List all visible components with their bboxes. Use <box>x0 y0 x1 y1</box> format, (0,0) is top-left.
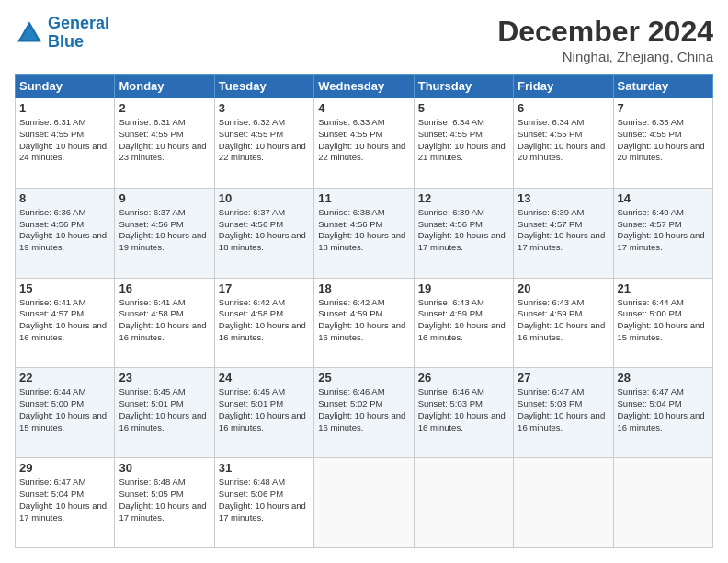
page: GeneralBlue December 2024 Ninghai, Zheji… <box>0 0 728 563</box>
day-info: Sunrise: 6:36 AM Sunset: 4:56 PM Dayligh… <box>19 207 110 254</box>
day-number: 29 <box>19 461 110 475</box>
day-info: Sunrise: 6:47 AM Sunset: 5:03 PM Dayligh… <box>518 386 609 433</box>
logo-icon <box>15 18 44 48</box>
calendar-cell: 12Sunrise: 6:39 AM Sunset: 4:56 PM Dayli… <box>414 188 513 278</box>
day-number: 16 <box>119 282 210 295</box>
calendar-cell: 23Sunrise: 6:45 AM Sunset: 5:01 PM Dayli… <box>115 368 214 458</box>
day-number: 3 <box>219 101 310 115</box>
day-info: Sunrise: 6:46 AM Sunset: 5:02 PM Dayligh… <box>318 386 409 433</box>
day-number: 30 <box>119 461 210 475</box>
day-header-wednesday: Wednesday <box>314 75 414 98</box>
calendar-cell: 15Sunrise: 6:41 AM Sunset: 4:57 PM Dayli… <box>16 278 115 368</box>
day-number: 12 <box>418 191 509 205</box>
calendar-cell: 26Sunrise: 6:46 AM Sunset: 5:03 PM Dayli… <box>414 368 513 458</box>
calendar-cell: 5Sunrise: 6:34 AM Sunset: 4:55 PM Daylig… <box>414 98 513 189</box>
day-number: 5 <box>418 101 509 115</box>
day-info: Sunrise: 6:47 AM Sunset: 5:04 PM Dayligh… <box>19 477 110 523</box>
day-info: Sunrise: 6:43 AM Sunset: 4:59 PM Dayligh… <box>418 297 509 344</box>
day-number: 27 <box>518 371 609 385</box>
day-number: 9 <box>119 191 210 205</box>
day-info: Sunrise: 6:34 AM Sunset: 4:55 PM Dayligh… <box>418 117 509 164</box>
day-header-friday: Friday <box>514 75 613 98</box>
day-info: Sunrise: 6:43 AM Sunset: 4:59 PM Dayligh… <box>518 297 609 344</box>
day-info: Sunrise: 6:42 AM Sunset: 4:58 PM Dayligh… <box>219 297 310 344</box>
day-info: Sunrise: 6:38 AM Sunset: 4:56 PM Dayligh… <box>318 207 409 254</box>
day-info: Sunrise: 6:44 AM Sunset: 5:00 PM Dayligh… <box>19 386 110 433</box>
day-info: Sunrise: 6:45 AM Sunset: 5:01 PM Dayligh… <box>219 386 310 433</box>
day-info: Sunrise: 6:40 AM Sunset: 4:57 PM Dayligh… <box>618 207 709 254</box>
calendar-cell: 21Sunrise: 6:44 AM Sunset: 5:00 PM Dayli… <box>613 278 712 368</box>
day-header-thursday: Thursday <box>414 75 513 98</box>
day-info: Sunrise: 6:31 AM Sunset: 4:55 PM Dayligh… <box>19 117 110 164</box>
header: GeneralBlue December 2024 Ninghai, Zheji… <box>15 15 713 64</box>
day-number: 20 <box>518 282 609 295</box>
calendar-cell: 27Sunrise: 6:47 AM Sunset: 5:03 PM Dayli… <box>514 368 613 458</box>
day-info: Sunrise: 6:45 AM Sunset: 5:01 PM Dayligh… <box>119 386 210 433</box>
day-number: 31 <box>219 461 310 475</box>
calendar-cell: 20Sunrise: 6:43 AM Sunset: 4:59 PM Dayli… <box>514 278 613 368</box>
calendar-cell: 7Sunrise: 6:35 AM Sunset: 4:55 PM Daylig… <box>613 98 712 189</box>
day-number: 21 <box>618 282 709 295</box>
day-number: 14 <box>618 191 709 205</box>
day-header-saturday: Saturday <box>613 75 712 98</box>
day-number: 8 <box>19 191 110 205</box>
day-info: Sunrise: 6:37 AM Sunset: 4:56 PM Dayligh… <box>219 207 310 254</box>
day-number: 4 <box>318 101 409 115</box>
calendar-cell: 8Sunrise: 6:36 AM Sunset: 4:56 PM Daylig… <box>16 188 115 278</box>
calendar-cell: 29Sunrise: 6:47 AM Sunset: 5:04 PM Dayli… <box>16 458 115 548</box>
calendar-cell: 10Sunrise: 6:37 AM Sunset: 4:56 PM Dayli… <box>214 188 313 278</box>
calendar-cell: 30Sunrise: 6:48 AM Sunset: 5:05 PM Dayli… <box>115 458 214 548</box>
logo-text: GeneralBlue <box>48 15 109 52</box>
calendar-cell <box>514 458 613 548</box>
calendar-cell: 19Sunrise: 6:43 AM Sunset: 4:59 PM Dayli… <box>414 278 513 368</box>
day-number: 1 <box>19 101 110 115</box>
day-info: Sunrise: 6:39 AM Sunset: 4:57 PM Dayligh… <box>518 207 609 254</box>
day-number: 7 <box>618 101 709 115</box>
day-number: 13 <box>518 191 609 205</box>
day-info: Sunrise: 6:37 AM Sunset: 4:56 PM Dayligh… <box>119 207 210 254</box>
day-number: 23 <box>119 371 210 385</box>
calendar-cell: 2Sunrise: 6:31 AM Sunset: 4:55 PM Daylig… <box>115 98 214 189</box>
day-info: Sunrise: 6:46 AM Sunset: 5:03 PM Dayligh… <box>418 386 509 433</box>
title-block: December 2024 Ninghai, Zhejiang, China <box>497 15 713 64</box>
calendar-cell: 22Sunrise: 6:44 AM Sunset: 5:00 PM Dayli… <box>16 368 115 458</box>
day-number: 24 <box>219 371 310 385</box>
location: Ninghai, Zhejiang, China <box>497 49 713 64</box>
calendar-cell: 18Sunrise: 6:42 AM Sunset: 4:59 PM Dayli… <box>314 278 414 368</box>
calendar-cell: 13Sunrise: 6:39 AM Sunset: 4:57 PM Dayli… <box>514 188 613 278</box>
day-number: 28 <box>618 371 709 385</box>
day-info: Sunrise: 6:39 AM Sunset: 4:56 PM Dayligh… <box>418 207 509 254</box>
day-number: 17 <box>219 282 310 295</box>
day-number: 10 <box>219 191 310 205</box>
day-info: Sunrise: 6:48 AM Sunset: 5:06 PM Dayligh… <box>219 477 310 523</box>
day-info: Sunrise: 6:41 AM Sunset: 4:58 PM Dayligh… <box>119 297 210 344</box>
day-number: 11 <box>318 191 409 205</box>
day-info: Sunrise: 6:35 AM Sunset: 4:55 PM Dayligh… <box>618 117 709 164</box>
day-number: 19 <box>418 282 509 295</box>
calendar-cell: 4Sunrise: 6:33 AM Sunset: 4:55 PM Daylig… <box>314 98 414 189</box>
day-number: 18 <box>318 282 409 295</box>
day-info: Sunrise: 6:33 AM Sunset: 4:55 PM Dayligh… <box>318 117 409 164</box>
calendar-cell: 28Sunrise: 6:47 AM Sunset: 5:04 PM Dayli… <box>613 368 712 458</box>
calendar-cell: 24Sunrise: 6:45 AM Sunset: 5:01 PM Dayli… <box>214 368 313 458</box>
day-info: Sunrise: 6:32 AM Sunset: 4:55 PM Dayligh… <box>219 117 310 164</box>
calendar-cell <box>314 458 414 548</box>
day-info: Sunrise: 6:41 AM Sunset: 4:57 PM Dayligh… <box>19 297 110 344</box>
day-number: 22 <box>19 371 110 385</box>
calendar-cell: 31Sunrise: 6:48 AM Sunset: 5:06 PM Dayli… <box>214 458 313 548</box>
calendar-cell: 1Sunrise: 6:31 AM Sunset: 4:55 PM Daylig… <box>16 98 115 189</box>
day-info: Sunrise: 6:31 AM Sunset: 4:55 PM Dayligh… <box>119 117 210 164</box>
day-info: Sunrise: 6:48 AM Sunset: 5:05 PM Dayligh… <box>119 477 210 523</box>
day-number: 15 <box>19 282 110 295</box>
calendar-table: SundayMondayTuesdayWednesdayThursdayFrid… <box>15 74 713 548</box>
day-number: 2 <box>119 101 210 115</box>
day-header-sunday: Sunday <box>16 75 115 98</box>
calendar-cell: 25Sunrise: 6:46 AM Sunset: 5:02 PM Dayli… <box>314 368 414 458</box>
day-info: Sunrise: 6:34 AM Sunset: 4:55 PM Dayligh… <box>518 117 609 164</box>
calendar-cell: 9Sunrise: 6:37 AM Sunset: 4:56 PM Daylig… <box>115 188 214 278</box>
calendar-cell: 16Sunrise: 6:41 AM Sunset: 4:58 PM Dayli… <box>115 278 214 368</box>
calendar-cell: 6Sunrise: 6:34 AM Sunset: 4:55 PM Daylig… <box>514 98 613 189</box>
calendar-cell: 3Sunrise: 6:32 AM Sunset: 4:55 PM Daylig… <box>214 98 313 189</box>
calendar-cell <box>414 458 513 548</box>
day-header-tuesday: Tuesday <box>214 75 313 98</box>
